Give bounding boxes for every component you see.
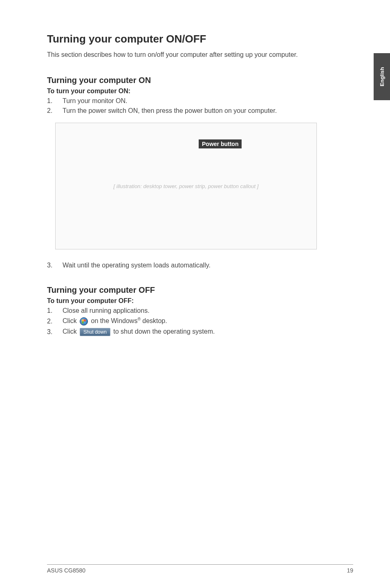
turn-on-steps: 1. Turn your monitor ON. 2. Turn the pow… (47, 97, 353, 114)
turn-off-subheading: To turn your computer OFF: (47, 297, 353, 305)
step-number: 2. (47, 107, 63, 114)
list-item: 2. Turn the power switch ON, then press … (47, 107, 353, 114)
step-number: 3. (47, 262, 63, 269)
step-text: Close all running applications. (63, 307, 150, 314)
shutdown-button-icon: Shut down (80, 328, 110, 336)
page-title: Turning your computer ON/OFF (47, 33, 353, 45)
intro-text: This section describes how to turn on/of… (47, 51, 353, 58)
step-text: Turn your monitor ON. (63, 97, 128, 105)
turn-off-heading: Turning your computer OFF (47, 285, 353, 295)
step2-part-c: desktop. (141, 317, 167, 324)
list-item: 2. Click on the Windows® desktop. (47, 317, 353, 325)
list-item: 3. Click Shut down to shut down the oper… (47, 328, 353, 336)
power-button-callout-label: Power button (199, 139, 242, 148)
footer-model: ASUS CG8580 (47, 567, 85, 574)
step-text: Click on the Windows® desktop. (63, 317, 167, 325)
step3-part-a: Click (63, 328, 78, 335)
step-number: 1. (47, 97, 63, 105)
page-footer: ASUS CG8580 19 (47, 564, 353, 574)
turn-on-step3: 3. Wait until the operating system loads… (47, 262, 353, 269)
turn-on-heading: Turning your computer ON (47, 76, 353, 85)
step-number: 2. (47, 318, 63, 325)
language-side-tab: English (374, 53, 390, 100)
list-item: 3. Wait until the operating system loads… (47, 262, 353, 269)
step-text: Click Shut down to shut down the operati… (63, 328, 215, 336)
turn-on-subheading: To turn your computer ON: (47, 88, 353, 95)
language-label: English (379, 67, 385, 86)
power-button-figure: [ illustration: desktop tower, power str… (55, 123, 317, 249)
list-item: 1. Turn your monitor ON. (47, 97, 353, 105)
step-number: 1. (47, 307, 63, 314)
page-content: Turning your computer ON/OFF This sectio… (0, 0, 390, 336)
step-text: Turn the power switch ON, then press the… (63, 107, 277, 114)
registered-mark: ® (137, 317, 140, 321)
step2-part-b: on the Windows (91, 317, 138, 324)
windows-start-orb-icon (80, 317, 88, 325)
list-item: 1. Close all running applications. (47, 307, 353, 314)
figure-placeholder-text: [ illustration: desktop tower, power str… (114, 183, 259, 189)
step3-part-b: to shut down the operating system. (113, 328, 215, 335)
turn-off-steps: 1. Close all running applications. 2. Cl… (47, 307, 353, 336)
step-number: 3. (47, 328, 63, 336)
footer-page-number: 19 (347, 567, 353, 574)
step2-part-a: Click (63, 317, 78, 324)
step-text: Wait until the operating system loads au… (63, 262, 211, 269)
